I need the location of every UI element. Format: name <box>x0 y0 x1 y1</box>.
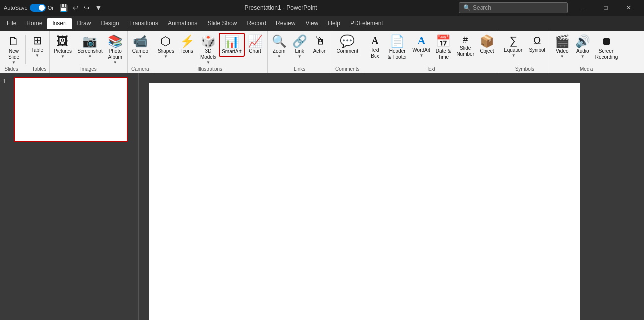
ribbon-group-images: 🖼 Pictures ▼ 📷 Screenshot ▼ 📚 PhotoAlbum… <box>50 31 128 73</box>
symbol-button[interactable]: Ω Symbol <box>526 33 547 55</box>
window-controls: ─ □ ✕ <box>572 0 640 16</box>
close-button[interactable]: ✕ <box>617 0 640 16</box>
search-icon: 🔍 <box>463 4 471 11</box>
ribbon-group-slides: 🗋 NewSlide ▼ ⊞ Table ▼ Slides Tables <box>2 31 50 73</box>
comments-group-label: Comments <box>334 66 361 73</box>
3d-models-icon: 🎲 <box>201 35 215 47</box>
menu-transitions[interactable]: Transitions <box>124 18 163 29</box>
new-slide-icon: 🗋 <box>8 35 20 47</box>
search-placeholder: Search <box>473 4 491 11</box>
shapes-icon: ⬡ <box>161 35 171 47</box>
photo-album-icon: 📚 <box>108 35 123 47</box>
slide-thumbnail[interactable] <box>14 77 128 142</box>
save-icon[interactable]: 💾 <box>58 3 69 13</box>
wordart-icon: A <box>418 35 426 46</box>
equation-button[interactable]: ∑ Equation ▼ <box>501 33 526 59</box>
menu-record[interactable]: Record <box>242 18 271 29</box>
images-items: 🖼 Pictures ▼ 📷 Screenshot ▼ 📚 PhotoAlbum… <box>52 33 125 66</box>
object-button[interactable]: 📦 Object <box>477 33 497 56</box>
link-button[interactable]: 🔗 Link ▼ <box>290 33 310 60</box>
wordart-button[interactable]: A WordArt ▼ <box>410 33 433 59</box>
media-items: 🎬 Video ▼ 🔊 Audio ▼ ⏺ ScreenRecording <box>552 33 621 66</box>
camera-items: 📹 Cameo ▼ <box>130 33 151 66</box>
chart-icon: 📈 <box>248 35 263 47</box>
header-footer-button[interactable]: 📄 Header& Footer <box>385 33 409 62</box>
table-button[interactable]: ⊞ Table ▼ <box>27 33 47 59</box>
search-bar[interactable]: 🔍 Search <box>459 2 568 13</box>
divider <box>25 35 26 64</box>
shapes-button[interactable]: ⬡ Shapes ▼ <box>155 33 177 60</box>
maximize-button[interactable]: □ <box>594 0 617 16</box>
3d-models-button[interactable]: 🎲 3DModels ▼ <box>198 33 218 66</box>
ribbon-group-camera: 📹 Cameo ▼ Camera <box>128 31 153 73</box>
menu-draw[interactable]: Draw <box>72 18 96 29</box>
screenshot-button[interactable]: 📷 Screenshot ▼ <box>75 33 105 60</box>
audio-icon: 🔊 <box>575 35 590 47</box>
video-button[interactable]: 🎬 Video ▼ <box>552 33 572 60</box>
menu-animations[interactable]: Animations <box>163 18 202 29</box>
autosave-toggle[interactable] <box>30 4 46 12</box>
menu-view[interactable]: View <box>300 18 323 29</box>
undo-icon[interactable]: ↩ <box>72 3 80 13</box>
date-time-button[interactable]: 📅 Date &Time <box>433 33 454 62</box>
new-slide-button[interactable]: 🗋 NewSlide ▼ <box>4 33 24 66</box>
menu-help[interactable]: Help <box>323 18 345 29</box>
pictures-button[interactable]: 🖼 Pictures ▼ <box>52 33 74 60</box>
symbol-icon: Ω <box>533 35 541 46</box>
text-group-label: Text <box>365 66 497 73</box>
icons-button[interactable]: ⚡ Icons <box>177 33 197 56</box>
symbols-group-label: Symbols <box>501 66 548 73</box>
menu-insert[interactable]: Insert <box>47 18 72 29</box>
comment-button[interactable]: 💬 Comment <box>334 33 361 56</box>
autosave-area: AutoSave On <box>4 4 54 12</box>
ribbon-row: 🗋 NewSlide ▼ ⊞ Table ▼ Slides Tables <box>0 31 644 73</box>
object-icon: 📦 <box>480 35 494 47</box>
screen-recording-icon: ⏺ <box>601 35 613 47</box>
new-slide-dropdown: ▼ <box>12 60 16 64</box>
autosave-state: On <box>48 5 55 11</box>
menu-pdfelement[interactable]: PDFelement <box>345 18 388 29</box>
images-group-label: Images <box>52 66 125 73</box>
zoom-button[interactable]: 🔍 Zoom ▼ <box>269 33 289 60</box>
date-time-icon: 📅 <box>436 35 451 47</box>
slide-thumbnail-wrap: 1 <box>3 77 135 142</box>
illustrations-group-label: Illustrations <box>155 66 265 73</box>
camera-group-label: Camera <box>130 66 151 73</box>
screen-recording-button[interactable]: ⏺ ScreenRecording <box>593 33 621 62</box>
cameo-button[interactable]: 📹 Cameo ▼ <box>130 33 151 60</box>
comments-items: 💬 Comment <box>334 33 361 66</box>
pictures-icon: 🖼 <box>57 35 69 47</box>
action-button[interactable]: 🖱 Action <box>310 33 330 56</box>
ribbon-group-illustrations: ⬡ Shapes ▼ ⚡ Icons 🎲 3DModels ▼ 📊 SmartA… <box>153 31 268 73</box>
minimize-button[interactable]: ─ <box>572 0 594 16</box>
slide-number-button[interactable]: # SlideNumber <box>454 33 477 59</box>
table-icon: ⊞ <box>33 35 42 46</box>
links-group-label: Links <box>269 66 330 73</box>
text-box-button[interactable]: A TextBox <box>365 33 385 61</box>
audio-button[interactable]: 🔊 Audio ▼ <box>573 33 592 60</box>
photo-album-button[interactable]: 📚 PhotoAlbum ▼ <box>106 33 125 66</box>
ribbon-group-comments: 💬 Comment Comments <box>332 31 363 73</box>
screenshot-icon: 📷 <box>82 35 97 47</box>
menu-review[interactable]: Review <box>271 18 300 29</box>
text-box-icon: A <box>371 35 379 46</box>
smartart-button[interactable]: 📊 SmartArt <box>219 33 244 57</box>
menu-file[interactable]: File <box>2 18 21 29</box>
slide-canvas[interactable] <box>149 83 580 320</box>
chart-button[interactable]: 📈 Chart <box>245 33 265 56</box>
customize-icon[interactable]: ▼ <box>94 3 103 13</box>
title-bar: AutoSave On 💾 ↩ ↪ ▼ Presentation1 - Powe… <box>0 0 644 16</box>
icons-icon: ⚡ <box>180 35 195 47</box>
menu-design[interactable]: Design <box>96 18 124 29</box>
canvas-area[interactable] <box>139 73 644 320</box>
menu-home[interactable]: Home <box>21 18 47 29</box>
ribbon: 🗋 NewSlide ▼ ⊞ Table ▼ Slides Tables <box>0 31 644 73</box>
redo-icon[interactable]: ↪ <box>83 3 91 13</box>
ribbon-group-symbols: ∑ Equation ▼ Ω Symbol Symbols <box>499 31 550 73</box>
ribbon-group-text: A TextBox 📄 Header& Footer A WordArt ▼ 📅… <box>363 31 499 73</box>
illustrations-items: ⬡ Shapes ▼ ⚡ Icons 🎲 3DModels ▼ 📊 SmartA… <box>155 33 265 66</box>
slide-number: 1 <box>3 77 11 84</box>
smartart-icon: 📊 <box>224 36 239 48</box>
ribbon-group-media: 🎬 Video ▼ 🔊 Audio ▼ ⏺ ScreenRecording Me… <box>550 31 623 73</box>
menu-slideshow[interactable]: Slide Show <box>202 18 242 29</box>
